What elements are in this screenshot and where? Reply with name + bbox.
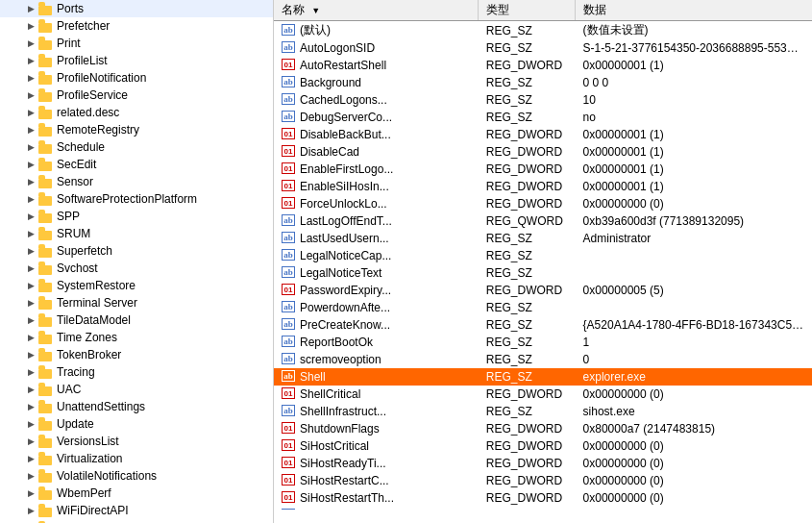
registry-row[interactable]: 01EnableFirstLogo...REG_DWORD0x00000001 …: [274, 161, 812, 178]
tree-item-svchost[interactable]: ▶Svchost: [0, 260, 273, 277]
registry-row[interactable]: 01ShutdownFlagsREG_DWORD0x80000a7 (21474…: [274, 420, 812, 437]
srum-arrow-icon[interactable]: ▶: [23, 229, 38, 238]
registry-row[interactable]: abPreCreateKnow...REG_SZ{A520A1A4-1780-4…: [274, 316, 812, 334]
registry-row[interactable]: abUserinitREG_SZuserinit.exe,: [274, 507, 812, 510]
tree-item-superfetch[interactable]: ▶Superfetch: [0, 242, 273, 260]
tree-item-timezones[interactable]: ▶Time Zones: [0, 329, 273, 346]
registry-row[interactable]: 01DisableCadREG_DWORD0x00000001 (1): [274, 143, 812, 161]
unattendsettings-arrow-icon[interactable]: ▶: [23, 402, 38, 411]
terminalserver-arrow-icon[interactable]: ▶: [23, 298, 38, 308]
tree-item-profilenotification[interactable]: ▶ProfileNotification: [0, 69, 273, 87]
wifidirectapi-arrow-icon[interactable]: ▶: [23, 506, 38, 515]
registry-row[interactable]: abLegalNoticeCap...REG_SZ: [274, 247, 812, 264]
prefetcher-arrow-icon[interactable]: ▶: [23, 21, 38, 31]
registry-row[interactable]: 01SiHostReadyTi...REG_DWORD0x00000000 (0…: [274, 455, 812, 472]
tree-item-srum[interactable]: ▶SRUM: [0, 225, 273, 242]
superfetch-arrow-icon[interactable]: ▶: [23, 246, 38, 256]
tree-item-profileservice[interactable]: ▶ProfileService: [0, 87, 273, 104]
registry-row[interactable]: abscremoveoptionREG_SZ0: [274, 351, 812, 368]
tree-item-update[interactable]: ▶Update: [0, 415, 273, 433]
profilenotification-arrow-icon[interactable]: ▶: [23, 73, 38, 83]
tree-item-prefetcher[interactable]: ▶Prefetcher: [0, 17, 273, 35]
registry-row[interactable]: ab(默认)REG_SZ(数值未设置): [274, 21, 812, 39]
tree-item-print[interactable]: ▶Print: [0, 35, 273, 52]
schedule-arrow-icon[interactable]: ▶: [23, 142, 38, 152]
tree-item-versionslist[interactable]: ▶VersionsList: [0, 433, 273, 450]
tree-item-systemrestore[interactable]: ▶SystemRestore: [0, 277, 273, 294]
tree-item-sensor[interactable]: ▶Sensor: [0, 173, 273, 190]
tree-item-remoteregistry[interactable]: ▶RemoteRegistry: [0, 121, 273, 138]
registry-row[interactable]: abCachedLogons...REG_SZ10: [274, 91, 812, 109]
registry-row[interactable]: abDebugServerCo...REG_SZno: [274, 109, 812, 126]
remoteregistry-arrow-icon[interactable]: ▶: [23, 125, 38, 135]
tree-item-unattendsettings[interactable]: ▶UnattendSettings: [0, 398, 273, 415]
registry-row[interactable]: 01SiHostRestartC...REG_DWORD0x00000000 (…: [274, 472, 812, 489]
registry-row[interactable]: abLegalNoticeTextREG_SZ: [274, 264, 812, 282]
profilelist-arrow-icon[interactable]: ▶: [23, 56, 38, 65]
tiledatamodel-arrow-icon[interactable]: ▶: [23, 315, 38, 325]
tokenbroker-arrow-icon[interactable]: ▶: [23, 350, 38, 360]
tree-item-spp[interactable]: ▶SPP: [0, 208, 273, 225]
tracing-arrow-icon[interactable]: ▶: [23, 367, 38, 377]
tree-item-secedit[interactable]: ▶SecEdit: [0, 156, 273, 173]
profileservice-arrow-icon[interactable]: ▶: [23, 90, 38, 100]
tree-item-terminalserver[interactable]: ▶Terminal Server: [0, 294, 273, 311]
registry-row[interactable]: abPowerdownAfte...REG_SZ: [274, 299, 812, 316]
registry-row[interactable]: abReportBootOkREG_SZ1: [274, 334, 812, 351]
tree-item-label: Print: [57, 37, 81, 50]
dword-icon: 01: [282, 180, 297, 193]
systemrestore-arrow-icon[interactable]: ▶: [23, 281, 38, 290]
registry-row[interactable]: abLastUsedUsern...REG_SZAdministrator: [274, 230, 812, 247]
ports-arrow-icon[interactable]: ▶: [23, 4, 38, 13]
tree-item-volatilenotifications[interactable]: ▶VolatileNotifications: [0, 467, 273, 485]
registry-row[interactable]: abShellInfrastruct...REG_SZsihost.exe: [274, 403, 812, 420]
spp-arrow-icon[interactable]: ▶: [23, 212, 38, 221]
dword-icon: 01: [282, 162, 297, 176]
secedit-arrow-icon[interactable]: ▶: [23, 160, 38, 169]
dword-icon: 01: [282, 284, 297, 297]
sensor-arrow-icon[interactable]: ▶: [23, 177, 38, 187]
tree-item-uac[interactable]: ▶UAC: [0, 381, 273, 398]
registry-row[interactable]: 01EnableSiIHosIn...REG_DWORD0x00000001 (…: [274, 178, 812, 195]
tree-item-softwareprotectionplatform[interactable]: ▶SoftwareProtectionPlatform: [0, 190, 273, 208]
wbemperf-arrow-icon[interactable]: ▶: [23, 488, 38, 498]
tree-item-ports[interactable]: ▶Ports: [0, 0, 273, 17]
tree-item-tracing[interactable]: ▶Tracing: [0, 363, 273, 381]
registry-row[interactable]: abAutoLogonSIDREG_SZS-1-5-21-3776154350-…: [274, 39, 812, 57]
registry-row[interactable]: 01ShellCriticalREG_DWORD0x00000000 (0): [274, 386, 812, 403]
registry-row[interactable]: 01SiHostRestartTh...REG_DWORD0x00000000 …: [274, 489, 812, 507]
tree-item-wbemperf[interactable]: ▶WbemPerf: [0, 485, 273, 502]
update-arrow-icon[interactable]: ▶: [23, 419, 38, 429]
registry-row[interactable]: 01AutoRestartShellREG_DWORD0x00000001 (1…: [274, 57, 812, 74]
column-header-data[interactable]: 数据: [576, 0, 812, 20]
timezones-arrow-icon[interactable]: ▶: [23, 333, 38, 342]
print-arrow-icon[interactable]: ▶: [23, 38, 38, 48]
tree-item-tokenbroker[interactable]: ▶TokenBroker: [0, 346, 273, 363]
tree-item-windows[interactable]: ▶Windows: [0, 519, 273, 523]
volatilenotifications-arrow-icon[interactable]: ▶: [23, 471, 38, 481]
tree-item-profilelist[interactable]: ▶ProfileList: [0, 52, 273, 69]
registry-row[interactable]: 01ForceUnlockLo...REG_DWORD0x00000000 (0…: [274, 195, 812, 212]
tree-item-related.desc[interactable]: ▶related.desc: [0, 104, 273, 121]
uac-arrow-icon[interactable]: ▶: [23, 385, 38, 394]
tree-item-wifidirectapi[interactable]: ▶WiFiDirectAPI: [0, 502, 273, 519]
tree-item-virtualization[interactable]: ▶Virtualization: [0, 450, 273, 467]
registry-row[interactable]: abShellREG_SZexplorer.exe: [274, 368, 812, 386]
tree-item-tiledatamodel[interactable]: ▶TileDataModel: [0, 311, 273, 329]
registry-row[interactable]: abBackgroundREG_SZ0 0 0: [274, 74, 812, 91]
registry-row[interactable]: 01SiHostCriticalREG_DWORD0x00000000 (0): [274, 437, 812, 455]
column-header-name[interactable]: 名称 ▼: [274, 0, 479, 20]
virtualization-arrow-icon[interactable]: ▶: [23, 454, 38, 463]
versionslist-arrow-icon[interactable]: ▶: [23, 436, 38, 446]
registry-row[interactable]: 01PasswordExpiry...REG_DWORD0x00000005 (…: [274, 282, 812, 299]
tree-item-schedule[interactable]: ▶Schedule: [0, 138, 273, 156]
related.desc-arrow-icon[interactable]: ▶: [23, 108, 38, 117]
svchost-arrow-icon[interactable]: ▶: [23, 263, 38, 273]
registry-row-data: 0x00000001 (1): [576, 162, 812, 177]
softwareprotectionplatform-arrow-icon[interactable]: ▶: [23, 194, 38, 204]
registry-row[interactable]: 01DisableBackBut...REG_DWORD0x00000001 (…: [274, 126, 812, 143]
folder-icon: [38, 227, 54, 240]
registry-row[interactable]: abLastLogOffEndT...REG_QWORD0xb39a600d3f…: [274, 212, 812, 230]
registry-row-name: LastLogOffEndT...: [300, 214, 392, 228]
column-header-type[interactable]: 类型: [479, 0, 576, 20]
